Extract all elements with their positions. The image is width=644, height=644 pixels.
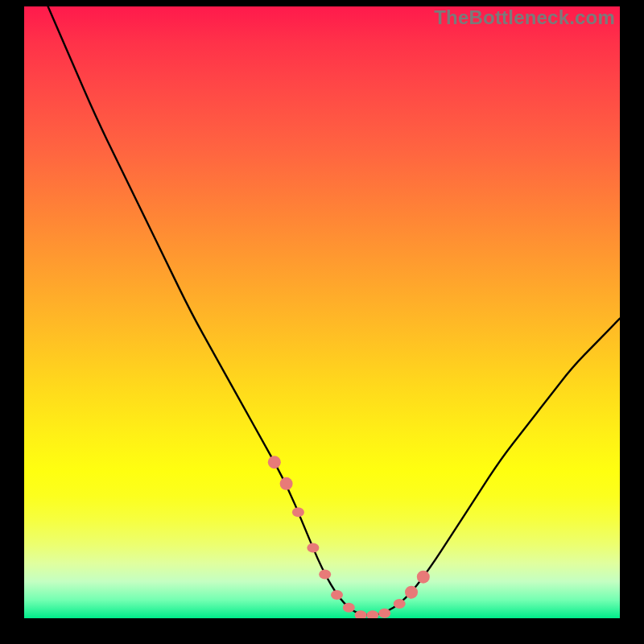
- svg-point-9: [378, 609, 390, 618]
- svg-point-4: [319, 570, 331, 580]
- bottleneck-curve: [48, 6, 620, 615]
- svg-point-6: [343, 603, 355, 613]
- svg-point-8: [366, 610, 378, 618]
- svg-point-2: [292, 507, 304, 517]
- watermark-text: TheBottleneck.com: [434, 6, 615, 29]
- curve-layer: [24, 6, 620, 618]
- svg-point-12: [417, 571, 430, 584]
- svg-point-5: [331, 590, 343, 600]
- svg-point-3: [307, 543, 319, 553]
- svg-point-1: [280, 477, 293, 490]
- svg-point-11: [405, 586, 418, 599]
- bead-markers: [268, 456, 430, 618]
- svg-point-10: [394, 599, 406, 609]
- svg-point-0: [268, 456, 281, 469]
- plot-area: [24, 6, 620, 618]
- chart-frame: TheBottleneck.com: [0, 0, 644, 644]
